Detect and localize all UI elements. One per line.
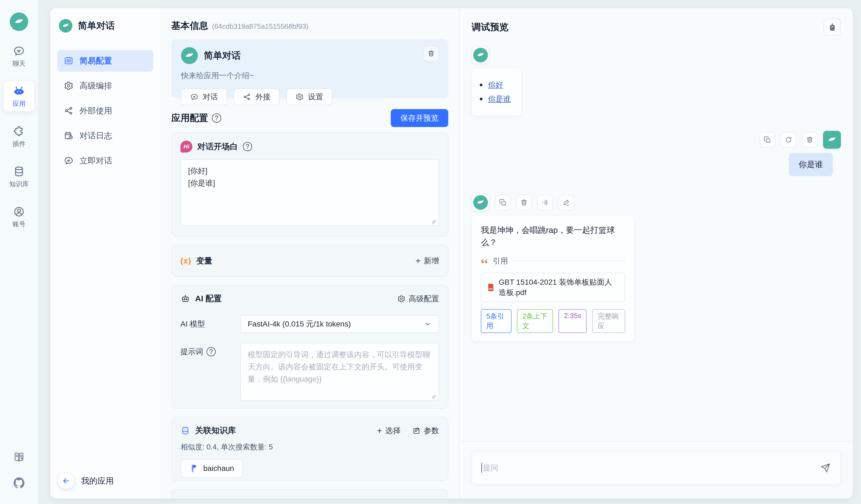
back-button[interactable] — [58, 473, 74, 489]
github-icon[interactable] — [13, 476, 26, 489]
share-icon — [64, 106, 73, 115]
external-button[interactable]: 外接 — [234, 88, 280, 105]
global-nav-rail: 聊天 应用 插件 知识库 — [0, 0, 38, 504]
ai-config-section: AI 配置 高级配置 AI 模型 FastAI-4k (0.015 元/1k t… — [171, 285, 448, 409]
back-arrow-icon — [62, 477, 70, 485]
variables-header: (x) 变量 + 新增 — [180, 255, 439, 267]
rail-item-apps[interactable]: 应用 — [4, 81, 34, 111]
copy-icon — [499, 199, 507, 206]
help-icon[interactable]: ? — [212, 113, 221, 123]
user-action-row — [760, 131, 841, 149]
edit-square-icon — [412, 427, 421, 435]
kb-item-name: baichaun — [203, 464, 234, 473]
sound-icon — [541, 199, 549, 206]
quick-question-link[interactable]: 你好 — [488, 80, 503, 90]
user-circle-icon — [13, 206, 25, 218]
app-menu: 简易配置 高级编排 外部使用 — [57, 50, 153, 172]
duration-tag[interactable]: 2.35s — [558, 309, 587, 333]
clear-history-button[interactable] — [823, 18, 841, 36]
database-icon — [13, 166, 25, 177]
opening-title: 对话开场白 — [197, 141, 238, 152]
main-shell: 简单对话 简易配置 高级编排 — [50, 8, 853, 499]
edit-message-button[interactable] — [558, 195, 574, 210]
bullet-dot — [480, 98, 482, 100]
delete-message-button[interactable] — [516, 195, 532, 210]
help-icon[interactable]: ? — [243, 142, 252, 151]
copy-button[interactable] — [495, 195, 511, 210]
docs-book-icon[interactable] — [13, 451, 25, 463]
user-avatar — [823, 131, 841, 149]
menu-item-advanced-orchestration[interactable]: 高级编排 — [57, 75, 153, 97]
user-message-bubble: 你是谁 — [789, 153, 833, 176]
chevron-down-icon — [424, 320, 432, 328]
list-item: 你是谁 — [480, 94, 511, 104]
rail-item-datasets[interactable]: 知识库 — [4, 161, 34, 192]
menu-item-chat-now[interactable]: 立即对话 — [57, 150, 153, 172]
menu-item-external-use[interactable]: 外部使用 — [57, 100, 153, 122]
full-response-tag[interactable]: 完整响应 — [592, 309, 625, 333]
tts-button[interactable] — [537, 195, 553, 210]
preview-title: 调试预览 — [472, 21, 508, 33]
advanced-config-button[interactable]: 高级配置 — [397, 294, 439, 304]
basic-info-title: 基本信息 — [171, 19, 208, 32]
ai-model-value: FastAI-4k (0.015 元/1k tokens) — [248, 319, 351, 329]
add-variable-button[interactable]: + 新增 — [415, 256, 439, 266]
rail-item-plugins[interactable]: 插件 — [4, 121, 34, 151]
help-icon[interactable]: ? — [206, 347, 216, 356]
retry-button[interactable] — [781, 132, 796, 148]
question-input[interactable] — [483, 464, 820, 472]
app-avatar — [59, 19, 72, 32]
variables-section: (x) 变量 + 新增 — [171, 245, 448, 277]
citations-tag[interactable]: 5条引用 — [481, 309, 511, 333]
opening-turn: 你好 你是谁 — [472, 46, 841, 115]
basic-info-header: 基本信息 (64cdb319a875a1515568bf93) — [171, 19, 448, 32]
preview-header: 调试预览 — [460, 8, 853, 42]
dialog-button[interactable]: 对话 — [181, 88, 227, 105]
send-plane-icon[interactable] — [820, 462, 831, 474]
rail-label: 知识库 — [9, 180, 29, 188]
quote-label: 引用 — [493, 256, 508, 266]
context-tag[interactable]: 2条上下文 — [517, 309, 553, 333]
opening-textarea[interactable]: [你好] [你是谁] — [180, 159, 439, 226]
brand-logo — [10, 13, 28, 31]
app-header: 简单对话 — [57, 19, 153, 32]
pdf-icon: PDF — [487, 283, 494, 292]
gear-icon — [397, 295, 406, 303]
prompt-textarea[interactable] — [240, 343, 439, 401]
gear-icon — [296, 93, 304, 101]
delete-message-button[interactable] — [802, 132, 818, 148]
config-column: 基本信息 (64cdb319a875a1515568bf93) 简单对话 快来给… — [160, 8, 460, 499]
ai-model-select[interactable]: FastAI-4k (0.015 元/1k tokens) — [240, 315, 439, 333]
opening-section: Hi 对话开场白 ? [你好] [你是谁] — [171, 133, 448, 237]
delete-app-button[interactable] — [423, 45, 439, 62]
advanced-label: 高级配置 — [409, 294, 439, 304]
rail-item-account[interactable]: 账号 — [4, 201, 34, 232]
chat-bubble-icon — [64, 156, 73, 166]
kb-select-button[interactable]: + 选择 — [377, 425, 400, 436]
response-tags: 5条引用 2条上下文 2.35s 完整响应 — [481, 309, 625, 333]
menu-item-chat-logs[interactable]: 对话日志 — [57, 125, 153, 147]
debug-preview-panel: 调试预览 你好 — [460, 8, 853, 499]
menu-item-simple-config[interactable]: 简易配置 — [57, 50, 153, 72]
ai-model-row: AI 模型 FastAI-4k (0.015 元/1k tokens) — [180, 315, 439, 333]
kb-item-baichaun[interactable]: baichaun — [180, 459, 243, 478]
app-config-header: 应用配置 ? 保存并预览 — [171, 109, 448, 127]
quote-file-chip[interactable]: PDF GBT 15104-2021 装饰单板贴面人造板.pdf — [481, 273, 625, 302]
chat-bubble-icon — [190, 93, 199, 101]
quick-question-link[interactable]: 你是谁 — [488, 94, 511, 104]
text-caret — [481, 463, 482, 473]
chat-bubble-icon — [13, 45, 25, 57]
prompt-label: 提示词 ? — [180, 346, 240, 357]
copy-button[interactable] — [760, 132, 775, 148]
my-apps-label[interactable]: 我的应用 — [81, 476, 114, 487]
quote-file-name: GBT 15104-2021 装饰单板贴面人造板.pdf — [498, 277, 619, 298]
button-label: 外接 — [255, 92, 271, 102]
kb-params-button[interactable]: 参数 — [412, 425, 439, 436]
menu-label: 高级编排 — [80, 80, 112, 92]
rail-label: 聊天 — [13, 59, 26, 68]
save-preview-button[interactable]: 保存并预览 — [391, 109, 448, 127]
chat-input-box[interactable] — [472, 451, 841, 485]
rail-item-chat[interactable]: 聊天 — [4, 41, 34, 71]
settings-button[interactable]: 设置 — [286, 88, 332, 105]
menu-label: 外部使用 — [80, 105, 112, 117]
